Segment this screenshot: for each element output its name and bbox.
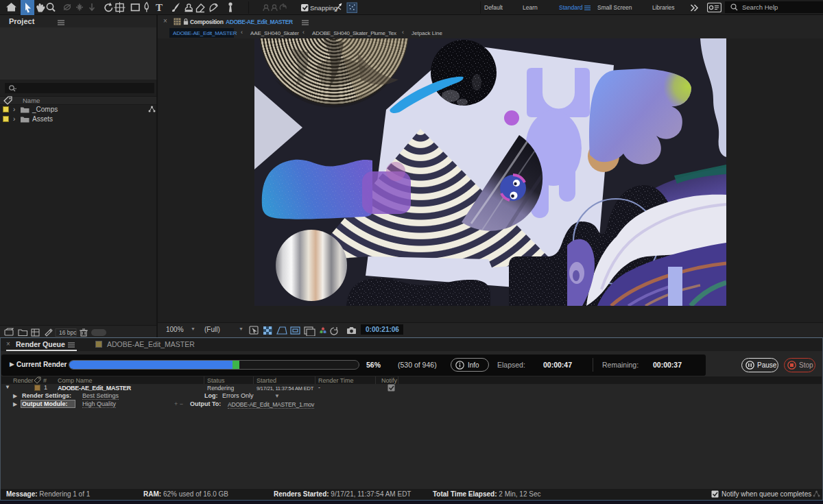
- svg-text:16 bpc: 16 bpc: [59, 329, 77, 336]
- svg-text:Snapping: Snapping: [310, 4, 337, 12]
- svg-text:T: T: [156, 2, 163, 13]
